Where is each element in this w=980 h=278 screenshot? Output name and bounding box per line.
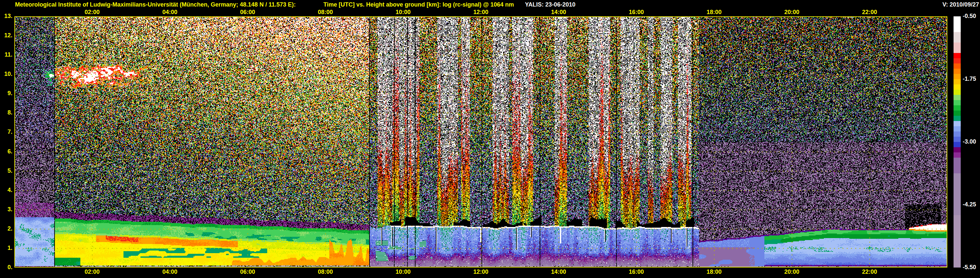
x-tick-bottom-04:00: 04:00 <box>162 268 177 275</box>
y-tick-6.: 6. <box>0 148 13 155</box>
x-tick-bottom-08:00: 08:00 <box>318 268 333 275</box>
colorbar-tick--4.25: -4.25 <box>963 201 976 208</box>
x-tick-bottom-20:00: 20:00 <box>784 268 799 275</box>
x-tick-bottom-12:00: 12:00 <box>473 268 488 275</box>
x-tick-bottom-10:00: 10:00 <box>396 268 410 275</box>
y-tick-10.: 10. <box>0 71 13 78</box>
y-tick-9.: 9. <box>0 90 13 97</box>
y-tick-11.: 11. <box>0 51 13 58</box>
y-tick-0.: 0. <box>0 264 13 271</box>
y-tick-4.: 4. <box>0 187 13 193</box>
x-tick-top-16:00: 16:00 <box>629 9 644 16</box>
x-tick-top-10:00: 10:00 <box>396 9 410 16</box>
x-tick-top-06:00: 06:00 <box>240 9 255 16</box>
x-tick-bottom-06:00: 06:00 <box>240 268 255 275</box>
colorbar-canvas <box>953 16 961 268</box>
x-tick-bottom-22:00: 22:00 <box>862 268 877 275</box>
y-tick-5.: 5. <box>0 168 13 174</box>
x-tick-bottom-18:00: 18:00 <box>706 268 722 275</box>
y-tick-1.: 1. <box>0 244 13 251</box>
colorbar-tick--0.50: -0.50 <box>963 13 976 20</box>
y-tick-2.: 2. <box>0 225 13 232</box>
y-tick-13.: 13. <box>0 13 13 20</box>
x-tick-top-12:00: 12:00 <box>473 9 488 16</box>
x-tick-top-14:00: 14:00 <box>551 9 566 16</box>
heatmap-canvas <box>14 16 947 268</box>
x-tick-top-02:00: 02:00 <box>84 9 100 16</box>
x-tick-bottom-02:00: 02:00 <box>84 268 100 275</box>
x-tick-top-04:00: 04:00 <box>162 9 177 16</box>
header-version: V: 2010/09/27 <box>942 1 979 8</box>
y-tick-12.: 12. <box>0 32 13 39</box>
x-tick-top-20:00: 20:00 <box>784 9 799 16</box>
colorbar-tick--5.50: -5.50 <box>963 264 976 271</box>
header-plot-title: Time [UTC] vs. Height above ground [km]:… <box>323 1 514 8</box>
x-tick-top-22:00: 22:00 <box>862 9 877 16</box>
x-tick-bottom-16:00: 16:00 <box>629 268 644 275</box>
colorbar-tick--3.00: -3.00 <box>963 138 976 145</box>
x-tick-top-18:00: 18:00 <box>706 9 722 16</box>
header-run-label: YALIS: 23-06-2010 <box>525 1 575 8</box>
y-tick-3.: 3. <box>0 206 13 213</box>
x-tick-top-08:00: 08:00 <box>318 9 333 16</box>
y-tick-8.: 8. <box>0 109 13 116</box>
header-institute: Meteorological Institute of Ludwig-Maxim… <box>15 1 296 8</box>
colorbar-tick--1.75: -1.75 <box>963 75 976 82</box>
x-tick-bottom-14:00: 14:00 <box>551 268 566 275</box>
y-tick-7.: 7. <box>0 129 13 136</box>
